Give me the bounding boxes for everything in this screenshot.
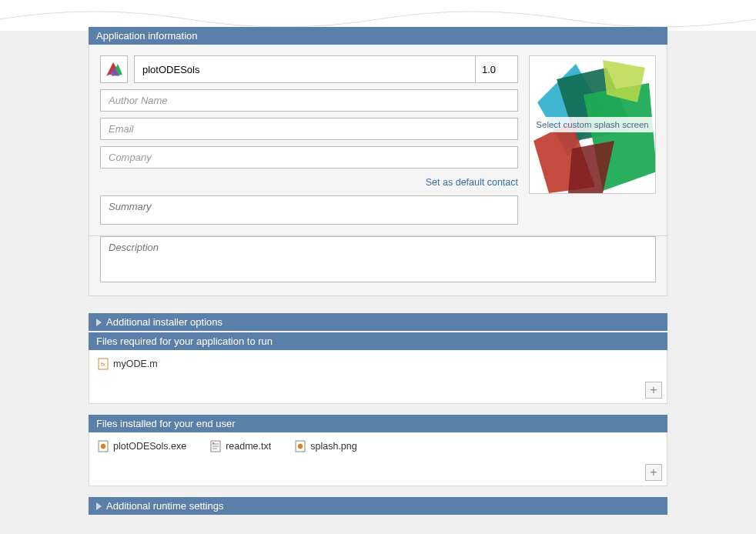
email-input[interactable] — [100, 118, 518, 140]
additional-runtime-header[interactable]: Additional runtime settings — [89, 497, 667, 515]
author-input[interactable] — [100, 89, 518, 112]
chevron-right-icon — [96, 502, 102, 510]
svg-point-18 — [212, 442, 214, 444]
files-required-header: Files required for your application to r… — [89, 332, 667, 350]
splash-screen-selector[interactable]: Select custom splash screen — [529, 55, 656, 194]
additional-runtime-title: Additional runtime settings — [106, 500, 223, 512]
file-item[interactable]: readme.txt — [209, 440, 271, 452]
app-info-header: Application information — [89, 27, 667, 45]
description-input[interactable] — [100, 236, 656, 282]
company-input[interactable] — [100, 146, 518, 169]
file-name: myODE.m — [113, 359, 158, 369]
matlab-colorful-icon — [104, 59, 124, 79]
app-info-body: Set as default contact Select custom spl… — [89, 45, 667, 236]
app-info-title: Application information — [96, 30, 198, 42]
app-icon-button[interactable] — [100, 55, 128, 83]
png-file-icon — [294, 440, 306, 452]
txt-file-icon — [209, 440, 222, 452]
app-version-input[interactable] — [476, 55, 518, 83]
exe-file-icon — [97, 440, 109, 452]
additional-installer-header[interactable]: Additional installer options — [89, 313, 667, 331]
files-installed-header: Files installed for your end user — [89, 415, 667, 432]
files-installed-list: plotODESols.exereadme.txtsplash.png + — [89, 432, 667, 486]
splash-label: Select custom splash screen — [531, 117, 653, 132]
files-required-title: Files required for your application to r… — [96, 335, 273, 347]
file-name: splash.png — [310, 441, 356, 452]
file-name: plotODESols.exe — [113, 441, 186, 452]
file-item[interactable]: plotODESols.exe — [97, 440, 186, 452]
svg-text:fx: fx — [101, 361, 105, 368]
svg-point-20 — [298, 444, 303, 449]
file-item[interactable]: fxmyODE.m — [97, 358, 158, 370]
m-file-icon: fx — [97, 358, 109, 370]
file-item[interactable]: splash.png — [294, 440, 356, 452]
summary-input[interactable] — [100, 195, 518, 225]
set-default-contact-link[interactable]: Set as default contact — [426, 177, 518, 188]
files-required-list: fxmyODE.m + — [89, 350, 667, 404]
chevron-right-icon — [96, 319, 102, 326]
additional-installer-title: Additional installer options — [106, 316, 222, 328]
add-installed-file-button[interactable]: + — [645, 464, 662, 481]
app-name-input[interactable] — [134, 55, 476, 83]
add-required-file-button[interactable]: + — [645, 382, 662, 399]
file-name: readme.txt — [226, 441, 271, 452]
files-installed-title: Files installed for your end user — [96, 418, 236, 429]
svg-point-13 — [101, 444, 105, 449]
